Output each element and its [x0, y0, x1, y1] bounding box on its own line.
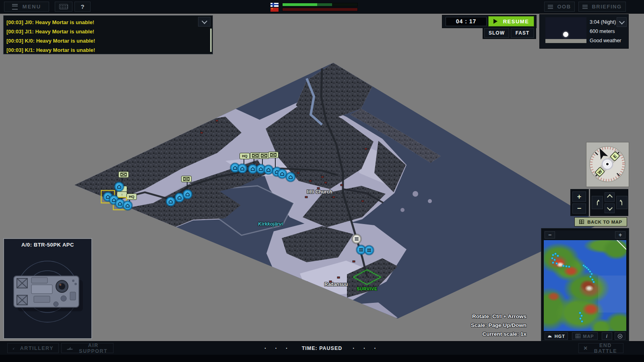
chevron-down-icon [201, 19, 207, 24]
footer-strip [0, 355, 644, 362]
minimap-zoombar: − + [544, 230, 626, 239]
unit-marker-apc[interactable] [278, 169, 287, 179]
vehicle-sprite [4, 250, 91, 337]
minimap-hgt-button[interactable]: HGT [545, 332, 568, 340]
log-entry: [00:03] K/0: Heavy Mortar is unable! [6, 36, 196, 45]
minimap-contact [552, 254, 554, 256]
minimap-contact [579, 312, 581, 314]
aircraft-icon [66, 346, 74, 351]
fast-button[interactable]: FAST [511, 28, 534, 38]
apc-icon [288, 175, 293, 180]
unit-marker-apc[interactable] [183, 190, 192, 199]
friendly-faction-row [270, 2, 363, 7]
unit-marker-apc[interactable] [115, 182, 124, 191]
air-support-button[interactable]: AIR SUPPORT [61, 343, 114, 353]
curved-arrow-right-icon [619, 198, 625, 207]
minimap-contact [565, 265, 568, 267]
briefing-label: BRIEFING [592, 4, 621, 10]
time-status-label: TIME: PAUSED [302, 346, 343, 351]
grid-icon [576, 334, 580, 338]
transport-icon [359, 247, 364, 253]
back-to-map-label: BACK TO MAP [587, 220, 622, 224]
apc-icon [266, 167, 271, 173]
message-log-panel: [00:03] J/0: Heavy Mortar is unable![00:… [3, 15, 213, 54]
tilt-up-button[interactable] [605, 192, 615, 202]
menu-button[interactable]: MENU [4, 2, 49, 12]
minimap-contact [557, 255, 559, 257]
oob-label: OOB [557, 4, 571, 10]
game-screen: SURVIVE HQ↑↑HQIitti ChurchKirkkojärviRad… [0, 0, 644, 362]
apc-icon [185, 192, 190, 197]
artillery-button[interactable]: ARTILLERY [7, 343, 59, 353]
mountain-icon [547, 334, 552, 338]
artillery-label: ARTILLERY [20, 346, 54, 351]
slow-button[interactable]: SLOW [484, 28, 509, 38]
minimap-contact [562, 265, 565, 267]
dots-right: · · · [353, 345, 380, 352]
minimap-view-line [615, 240, 626, 251]
unit-marker-apc[interactable] [238, 164, 247, 173]
chevron-down-icon [619, 19, 624, 25]
unit-marker-apc[interactable] [166, 197, 175, 206]
minimap-contact [589, 270, 591, 273]
zoom-in-button[interactable]: + [572, 191, 586, 202]
apc-icon [117, 184, 122, 189]
speed-buttons: SLOW FAST [483, 27, 536, 39]
minimap-map-button[interactable]: MAP [572, 332, 598, 340]
minimap-contact [580, 315, 583, 317]
compass-panel: E W [586, 142, 629, 187]
visibility: 600 meters [590, 27, 619, 36]
close-icon: × [584, 345, 588, 352]
back-to-map-button[interactable]: BACK TO MAP [574, 217, 627, 226]
conditions-collapse-button[interactable] [617, 17, 627, 27]
briefing-button[interactable]: BRIEFING [578, 2, 626, 12]
play-icon [493, 19, 497, 24]
menu-label: MENU [23, 4, 41, 10]
sky-preview [545, 17, 586, 43]
oob-button[interactable]: OOB [544, 2, 575, 12]
help-line: Current scale: 1x [419, 330, 526, 339]
transport-icon [367, 248, 372, 253]
minimap-zoom-out-button[interactable]: − [545, 231, 555, 239]
minimap-canvas[interactable] [544, 240, 626, 331]
minimap-compass-button[interactable] [615, 332, 625, 340]
end-battle-button[interactable]: × END BATTLE [578, 343, 623, 353]
help-button[interactable]: ? [74, 2, 91, 12]
friendly-strength-bar [282, 3, 358, 6]
log-collapse-button[interactable] [198, 17, 211, 27]
minimap-zoom-in-button[interactable]: + [615, 231, 625, 239]
unit-marker-apc[interactable] [123, 201, 132, 210]
enemy-faction-row [270, 7, 363, 12]
minimap-contact [553, 259, 556, 261]
unit-marker-transport[interactable] [352, 234, 361, 244]
log-scrollbar-thumb[interactable] [210, 29, 212, 52]
tilt-down-button[interactable] [605, 204, 615, 213]
unit-marker-transport[interactable] [365, 246, 374, 255]
chevron-down-icon [607, 205, 612, 211]
rotate-right-button[interactable] [616, 196, 627, 209]
resume-label: RESUME [503, 19, 529, 25]
log-entry: [00:03] J/0: Heavy Mortar is unable! [6, 18, 196, 27]
apc-icon [118, 201, 123, 206]
minimap-contact [590, 273, 593, 275]
rotate-tilt-panel [590, 189, 628, 216]
resume-button[interactable]: RESUME [488, 16, 534, 27]
unit-marker-apc[interactable] [286, 173, 295, 182]
hotkeys-button[interactable] [55, 2, 72, 12]
log-entry: [00:03] K/1: Heavy Mortar is unable! [6, 45, 196, 55]
apc-icon [240, 166, 245, 171]
log-scrollbar[interactable] [210, 28, 212, 53]
apc-icon [258, 167, 264, 172]
rotate-left-button[interactable] [592, 196, 603, 209]
minimap-info-button[interactable]: i [602, 332, 612, 340]
minimap-contact [555, 262, 558, 265]
apc-icon [125, 203, 130, 208]
air-support-label: AIR SUPPORT [78, 343, 108, 354]
minimap-panel: − + HGT MAP i [541, 228, 629, 341]
zoom-out-button[interactable]: − [572, 204, 586, 214]
apc-icon [250, 167, 256, 172]
unit-info-panel: A/0: BTR-50PK APC [3, 238, 92, 339]
unit-marker-apc[interactable] [264, 165, 273, 175]
minimap-contact [592, 281, 595, 283]
minimap-view-area [598, 276, 626, 313]
